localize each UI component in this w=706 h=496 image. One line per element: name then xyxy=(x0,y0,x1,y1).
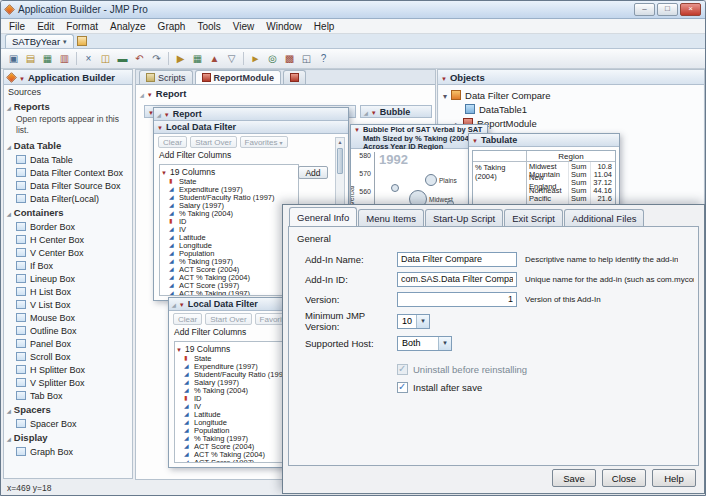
disclosure-icon[interactable] xyxy=(147,88,153,99)
tab-reportmodule[interactable]: ReportModule xyxy=(195,70,282,84)
sidebar-section-display[interactable]: Display xyxy=(4,430,132,445)
maximize-button[interactable]: □ xyxy=(657,3,678,16)
tab-scripts[interactable]: Scripts xyxy=(139,70,193,84)
bubble-outline[interactable]: Bubble xyxy=(360,105,432,118)
sidebar-item[interactable]: V Center Box xyxy=(4,246,132,259)
pointer-icon[interactable]: ► xyxy=(247,51,264,67)
tab-additional-files[interactable]: Additional Files xyxy=(564,209,644,226)
save-icon[interactable]: ▦ xyxy=(39,51,56,67)
sidebar-item[interactable]: H Center Box xyxy=(4,233,132,246)
tab-menu-items[interactable]: Menu Items xyxy=(358,209,424,226)
clear-button[interactable]: Clear xyxy=(173,313,202,325)
save-button[interactable]: Save xyxy=(552,469,596,487)
menu-item[interactable]: Help xyxy=(308,20,341,33)
run-script-icon[interactable]: ▶ xyxy=(172,51,189,67)
min-jmp-version-select[interactable]: 10 xyxy=(397,314,430,329)
addin-name-input[interactable] xyxy=(397,252,517,267)
print-icon[interactable]: ▥ xyxy=(56,51,73,67)
grid-icon[interactable]: ▩ xyxy=(281,51,298,67)
sidebar-item[interactable]: Mouse Box xyxy=(4,311,132,324)
sidebar-item[interactable]: Border Box xyxy=(4,220,132,233)
sidebar-item[interactable]: Panel Box xyxy=(4,337,132,350)
sidebar-item[interactable]: H List Box xyxy=(4,285,132,298)
objects-header[interactable]: Objects xyxy=(438,70,704,85)
paste-icon[interactable]: ▬ xyxy=(114,51,131,67)
menu-item[interactable]: View xyxy=(227,20,261,33)
column-item[interactable]: ACT % Taking (1997) xyxy=(161,289,297,296)
zoom-icon[interactable]: ◎ xyxy=(264,51,281,67)
filter-icon[interactable]: ▽ xyxy=(223,51,240,67)
sidebar-section-data-table[interactable]: Data Table xyxy=(4,138,132,153)
data-table-icon[interactable]: ▦ xyxy=(189,51,206,67)
addin-id-input[interactable] xyxy=(397,272,517,287)
expander-icon[interactable] xyxy=(443,90,447,101)
sidebar-item[interactable]: Spacer Box xyxy=(4,417,132,430)
new-icon[interactable]: ▣ xyxy=(5,51,22,67)
sidebar-section-containers[interactable]: Containers xyxy=(4,205,132,220)
columns-group-header[interactable]: 19 Columns xyxy=(161,166,297,177)
minimize-button[interactable]: – xyxy=(634,3,655,16)
tree-node-datatable[interactable]: DataTable1 xyxy=(443,102,699,116)
menu-item[interactable]: Tools xyxy=(191,20,226,33)
window-icon[interactable]: ◱ xyxy=(298,51,315,67)
menu-item[interactable]: Analyze xyxy=(104,20,152,33)
disclosure-icon[interactable] xyxy=(179,299,185,309)
disclosure-icon[interactable] xyxy=(157,122,163,132)
add-button[interactable]: Add xyxy=(298,166,328,179)
chart-icon[interactable]: ▲ xyxy=(206,51,223,67)
sidebar-item[interactable]: Data Filter(Local) xyxy=(4,192,132,205)
application-builder-header[interactable]: Application Builder xyxy=(4,70,132,85)
install-after-save-checkbox[interactable] xyxy=(397,382,408,393)
start-over-button[interactable]: Start Over xyxy=(205,313,251,325)
scroll-up-icon[interactable]: ▲ xyxy=(336,139,344,145)
tabulate-header[interactable]: Tabulate xyxy=(469,134,619,147)
menu-item[interactable]: Window xyxy=(260,20,308,33)
tree-node-addin[interactable]: Data Filter Compare xyxy=(443,88,699,102)
cut-icon[interactable]: × xyxy=(80,51,97,67)
local-data-filter-header[interactable]: Local Data Filter xyxy=(154,121,348,134)
sidebar-item[interactable]: Outline Box xyxy=(4,324,132,337)
bubble[interactable] xyxy=(391,184,399,192)
tab-startup-script[interactable]: Start-Up Script xyxy=(425,209,503,226)
undo-icon[interactable]: ↶ xyxy=(131,51,148,67)
version-input[interactable] xyxy=(397,292,517,307)
sidebar-item[interactable]: Tab Box xyxy=(4,389,132,402)
open-icon[interactable]: ▤ xyxy=(22,51,39,67)
disclosure-icon[interactable] xyxy=(164,109,170,119)
redo-icon[interactable]: ↷ xyxy=(148,51,165,67)
new-document-icon[interactable] xyxy=(77,36,87,46)
sidebar-item[interactable]: Graph Box xyxy=(4,445,132,458)
close-button[interactable]: Close xyxy=(602,469,646,487)
scrollbar-thumb[interactable] xyxy=(337,148,343,174)
menu-item[interactable]: Edit xyxy=(31,20,60,33)
sidebar-item[interactable]: Data Filter Context Box xyxy=(4,166,132,179)
menu-item[interactable]: Graph xyxy=(152,20,192,33)
menu-item[interactable]: Format xyxy=(60,20,104,33)
sidebar-item[interactable]: V Splitter Box xyxy=(4,376,132,389)
sidebar-item[interactable]: Data Filter Source Box xyxy=(4,179,132,192)
tab-stub[interactable] xyxy=(283,70,306,84)
sidebar-item[interactable]: H Splitter Box xyxy=(4,363,132,376)
sidebar-item[interactable]: Scroll Box xyxy=(4,350,132,363)
close-button[interactable]: × xyxy=(680,3,701,16)
sidebar-item[interactable]: If Box xyxy=(4,259,132,272)
report-window-header[interactable]: Report xyxy=(154,108,348,121)
disclosure-icon[interactable] xyxy=(371,107,377,117)
sidebar-section-spacers[interactable]: Spacers xyxy=(4,402,132,417)
document-tab[interactable]: SATByYear ▾ xyxy=(5,34,74,48)
sidebar-item[interactable]: Lineup Box xyxy=(4,272,132,285)
sidebar-section-reports[interactable]: Reports xyxy=(4,99,132,114)
tab-general-info[interactable]: General Info xyxy=(289,207,357,226)
disclosure-icon[interactable] xyxy=(161,167,167,177)
disclosure-icon[interactable] xyxy=(354,126,360,135)
help-button[interactable]: Help xyxy=(652,469,696,487)
report-outline-header[interactable]: Report xyxy=(140,88,186,99)
disclosure-icon[interactable] xyxy=(441,72,447,83)
help-icon[interactable]: ? xyxy=(315,51,332,67)
disclosure-icon[interactable] xyxy=(472,135,478,145)
tab-exit-script[interactable]: Exit Script xyxy=(504,209,563,226)
sidebar-item[interactable]: V List Box xyxy=(4,298,132,311)
copy-icon[interactable]: ◫ xyxy=(97,51,114,67)
supported-host-select[interactable]: Both xyxy=(397,336,452,351)
sidebar-item[interactable]: Data Table xyxy=(4,153,132,166)
